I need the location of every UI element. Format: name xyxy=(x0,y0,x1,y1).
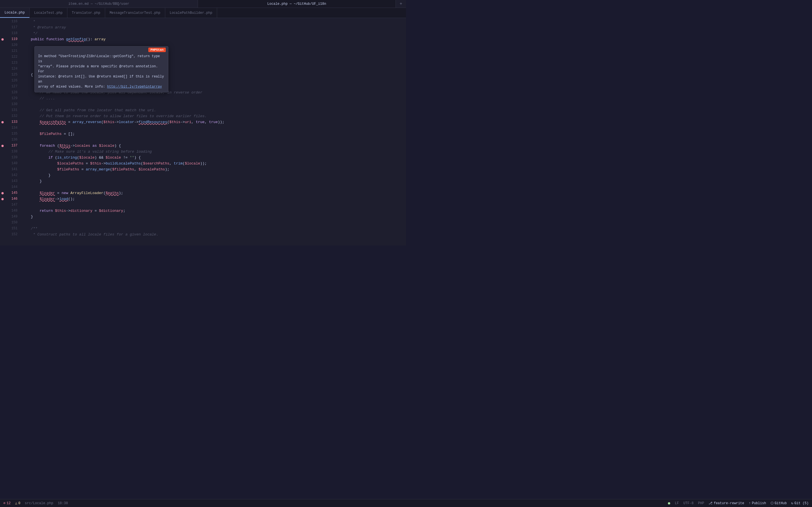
code-line-146: $loader->load(); xyxy=(20,196,406,202)
tooltip-link[interactable]: http://bit.ly/typehintarray xyxy=(107,85,162,89)
line-numbers: 1161171181191201211221231241251261271281… xyxy=(5,18,20,245)
line-num-119: 119 xyxy=(5,36,17,42)
error-indicator-150 xyxy=(0,220,5,226)
line-num-147: 147 xyxy=(5,202,17,208)
error-indicator-122 xyxy=(0,54,5,60)
error-indicator-135 xyxy=(0,131,5,137)
error-indicator-152 xyxy=(0,231,5,237)
tab-messagetranslator[interactable]: MessageTranslatorTest.php xyxy=(105,8,165,18)
line-num-121: 121 xyxy=(5,48,17,54)
code-line-131: // Get all paths from the locator that m… xyxy=(20,107,406,113)
line-num-133: 133 xyxy=(5,119,17,125)
line-num-135: 135 xyxy=(5,131,17,137)
line-num-146: 146 xyxy=(5,196,17,202)
code-line-141: $filePaths = array_merge($filePaths, $lo… xyxy=(20,166,406,172)
line-num-124: 124 xyxy=(5,66,17,72)
code-line-117: * @return array xyxy=(20,24,406,31)
code-line-137: foreach ($this->locales as $locale) { xyxy=(20,143,406,149)
error-indicator-146 xyxy=(0,196,5,202)
line-num-123: 123 xyxy=(5,60,17,66)
line-num-126: 126 xyxy=(5,78,17,83)
line-num-141: 141 xyxy=(5,166,17,172)
code-line-145: $loader = new ArrayFileLoader($paths); xyxy=(20,190,406,196)
error-indicator-137 xyxy=(0,143,5,149)
error-indicator-142 xyxy=(0,172,5,178)
line-num-136: 136 xyxy=(5,137,17,143)
title-bar: item.en.md — ~/GitHub/BBQ/user Locale.ph… xyxy=(0,0,406,8)
error-indicator-145 xyxy=(0,190,5,196)
error-indicator-118 xyxy=(0,31,5,36)
error-indicator-127 xyxy=(0,83,5,90)
code-line-142: } xyxy=(20,172,406,178)
code-line-144 xyxy=(20,184,406,190)
code-line-119: public function getConfig(): array xyxy=(20,36,406,42)
error-indicator-143 xyxy=(0,178,5,184)
line-num-149: 149 xyxy=(5,214,17,220)
line-num-129: 129 xyxy=(5,96,17,101)
error-indicator-139 xyxy=(0,155,5,161)
tab-bar: Locale.php LocaleTest.php Translator.php… xyxy=(0,8,406,18)
error-indicator-144 xyxy=(0,184,5,190)
error-indicator-138 xyxy=(0,149,5,155)
error-indicator-123 xyxy=(0,60,5,66)
title-text-2: Locale.php — ~/GitHub/UF_i18n xyxy=(267,2,326,6)
phpstan-badge: PHPStan xyxy=(148,48,166,52)
line-num-134: 134 xyxy=(5,125,17,131)
code-line-130 xyxy=(20,101,406,107)
line-num-148: 148 xyxy=(5,208,17,214)
error-indicator-116 xyxy=(0,18,5,24)
title-segment-2[interactable]: Locale.php — ~/GitHub/UF_i18n xyxy=(198,0,396,8)
error-indicator-151 xyxy=(0,226,5,231)
line-num-140: 140 xyxy=(5,161,17,166)
code-line-148: return $this->dictionary = $dictionary; xyxy=(20,208,406,214)
line-num-120: 120 xyxy=(5,42,17,48)
tab-localetest[interactable]: LocaleTest.php xyxy=(30,8,67,18)
error-indicator-130 xyxy=(0,101,5,107)
error-indicator-126 xyxy=(0,78,5,83)
code-line-129: // .... xyxy=(20,96,406,101)
line-num-150: 150 xyxy=(5,220,17,226)
error-indicator-121 xyxy=(0,48,5,54)
error-indicators xyxy=(0,18,5,245)
title-segment-1[interactable]: item.en.md — ~/GitHub/BBQ/user xyxy=(0,0,198,8)
error-indicator-134 xyxy=(0,125,5,131)
code-line-135: $filePaths = []; xyxy=(20,131,406,137)
tooltip-header: PHPStan xyxy=(35,47,168,53)
code-line-149: } xyxy=(20,214,406,220)
error-indicator-148 xyxy=(0,208,5,214)
code-line-152: * Construct paths to all locale files fo… xyxy=(20,231,406,237)
line-num-139: 139 xyxy=(5,155,17,161)
code-line-134 xyxy=(20,125,406,131)
tab-translator[interactable]: Translator.php xyxy=(67,8,105,18)
error-indicator-117 xyxy=(0,24,5,31)
error-indicator-124 xyxy=(0,66,5,72)
tab-locale[interactable]: Locale.php xyxy=(0,8,30,18)
code-line-118: */ xyxy=(20,31,406,36)
line-num-143: 143 xyxy=(5,178,17,184)
tab-localepath[interactable]: LocalePathBuilder.php xyxy=(165,8,217,18)
code-area[interactable]: PHPStan In method "UserFrosting\I18n\Loc… xyxy=(20,18,406,245)
line-num-116: 116 xyxy=(5,18,17,24)
title-add-button[interactable]: + xyxy=(396,1,406,6)
code-line-140: $localePaths = $this->buildLocalePaths($… xyxy=(20,161,406,166)
line-num-144: 144 xyxy=(5,184,17,190)
error-indicator-125 xyxy=(0,72,5,78)
line-num-152: 152 xyxy=(5,231,17,237)
code-line-136 xyxy=(20,137,406,143)
error-indicator-140 xyxy=(0,161,5,166)
line-num-151: 151 xyxy=(5,226,17,231)
error-indicator-132 xyxy=(0,113,5,119)
line-num-130: 130 xyxy=(5,101,17,107)
add-icon: + xyxy=(400,1,402,6)
code-line-133: $searchPaths = array_reverse($this->loca… xyxy=(20,119,406,125)
line-num-118: 118 xyxy=(5,31,17,36)
phpstan-tooltip: PHPStan In method "UserFrosting\I18n\Loc… xyxy=(35,46,168,93)
error-indicator-128 xyxy=(0,90,5,96)
error-indicator-119 xyxy=(0,36,5,42)
error-indicator-133 xyxy=(0,119,5,125)
error-indicator-149 xyxy=(0,214,5,220)
error-indicator-141 xyxy=(0,166,5,172)
line-num-138: 138 xyxy=(5,149,17,155)
line-num-142: 142 xyxy=(5,172,17,178)
line-num-122: 122 xyxy=(5,54,17,60)
